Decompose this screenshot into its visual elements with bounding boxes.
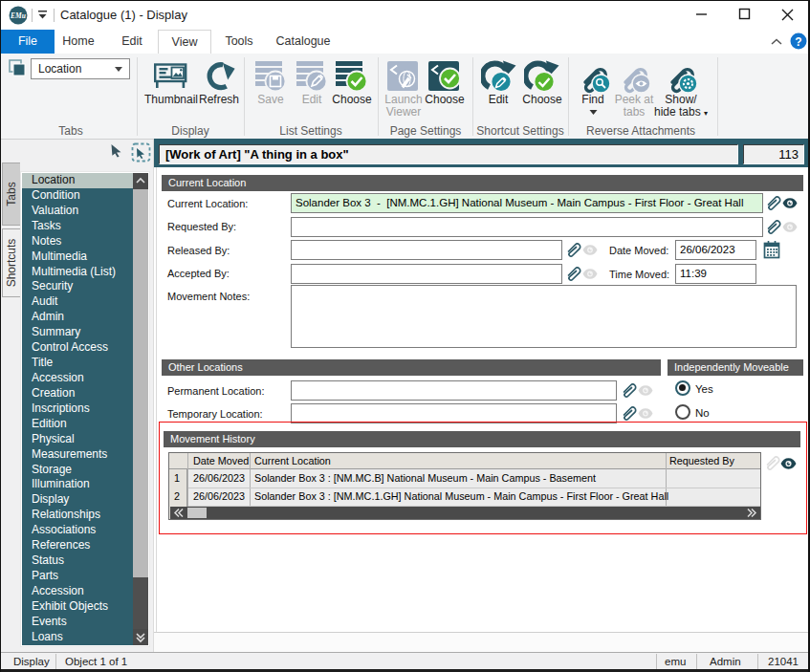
svg-text:?: ? [795,35,801,49]
svg-text:EMu: EMu [10,11,26,20]
